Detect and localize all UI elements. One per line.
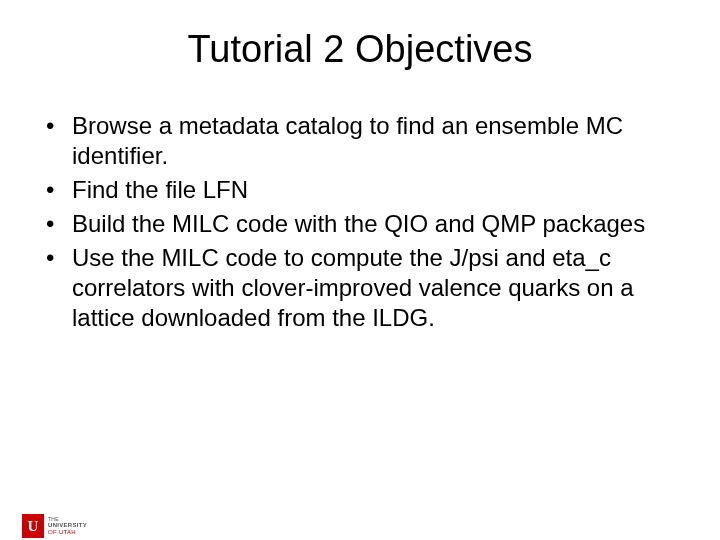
list-item: Find the file LFN <box>40 175 680 205</box>
slide: Tutorial 2 Objectives Browse a metadata … <box>0 28 720 540</box>
list-item: Build the MILC code with the QIO and QMP… <box>40 209 680 239</box>
list-item: Use the MILC code to compute the J/psi a… <box>40 243 680 333</box>
list-item: Browse a metadata catalog to find an ens… <box>40 111 680 171</box>
logo-block-u: U <box>22 514 44 538</box>
university-logo: U THE UNIVERSITY OF UTAH <box>22 514 87 538</box>
logo-line3: OF UTAH <box>48 529 87 535</box>
page-title: Tutorial 2 Objectives <box>0 28 720 71</box>
bullet-list: Browse a metadata catalog to find an ens… <box>40 111 680 333</box>
slide-body: Browse a metadata catalog to find an ens… <box>0 111 720 333</box>
logo-text: THE UNIVERSITY OF UTAH <box>48 517 87 535</box>
